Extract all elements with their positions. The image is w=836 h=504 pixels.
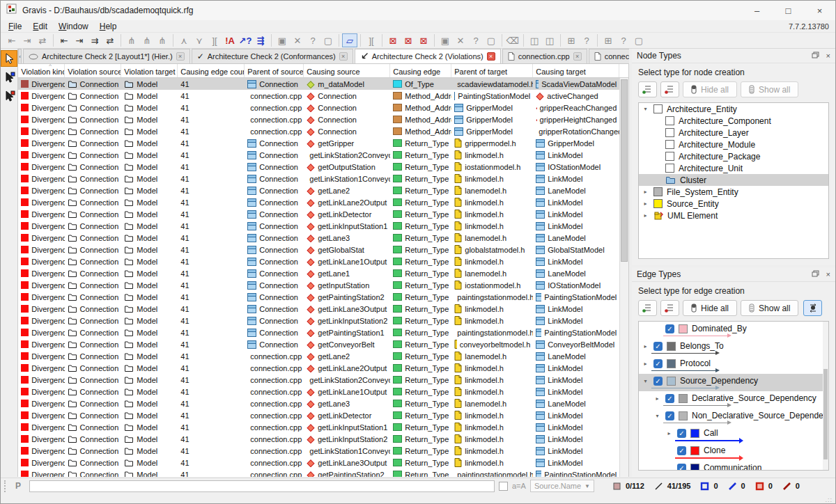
- column-header[interactable]: ^Violation kind: [18, 64, 65, 77]
- node-type-item[interactable]: Architecture_Module: [639, 139, 828, 150]
- column-header[interactable]: Parent of source: [245, 64, 304, 77]
- subtree-up-icon[interactable]: ⋏: [176, 33, 192, 47]
- menu-window[interactable]: Window: [53, 22, 94, 31]
- edge-type-checkbox[interactable]: ✓: [665, 324, 674, 333]
- table-row[interactable]: DivergenceConnectionModel41Connectionget…: [18, 303, 628, 315]
- edge-color-swatch[interactable]: [690, 464, 699, 471]
- edge-type-item[interactable]: ✓ Clone: [639, 443, 828, 461]
- table-row[interactable]: DivergenceConnectionModel41connection.cp…: [18, 125, 628, 137]
- edge-color-swatch[interactable]: [667, 342, 676, 351]
- table-row[interactable]: DivergenceConnectionModel41Connectionget…: [18, 267, 628, 279]
- subtree-down-icon[interactable]: ⋎: [192, 33, 207, 47]
- expander-icon[interactable]: ▾: [642, 106, 649, 112]
- edge-type-checkbox[interactable]: ✓: [653, 359, 663, 368]
- maximize-button[interactable]: □: [773, 1, 804, 20]
- table-row[interactable]: DivergenceConnectionModel41connection.cp…: [18, 397, 628, 409]
- table-row[interactable]: DivergenceConnectionModel41connection.cp…: [18, 468, 628, 477]
- table-row[interactable]: DivergenceConnectionModel41Connectionget…: [18, 326, 628, 338]
- float-panel-icon[interactable]: [812, 270, 819, 278]
- table-row[interactable]: DivergenceConnectionModel41connection.cp…: [18, 445, 628, 457]
- fit-all-icon[interactable]: ⇄: [35, 33, 50, 47]
- table-vertical-scrollbar[interactable]: [619, 78, 628, 477]
- select-edges-tool[interactable]: [1, 88, 17, 104]
- node-color-swatch[interactable]: [665, 140, 674, 149]
- column-header[interactable]: Causing edge count: [178, 64, 245, 77]
- clip-add-icon[interactable]: ⊞: [601, 33, 616, 47]
- close-tab-icon[interactable]: ×: [573, 52, 582, 61]
- brackets2-icon[interactable]: ][: [364, 33, 379, 47]
- edge-color-swatch[interactable]: [667, 359, 676, 368]
- node-color-swatch[interactable]: [665, 164, 674, 173]
- edge-color-swatch[interactable]: [679, 394, 688, 403]
- match-case-checkbox[interactable]: [499, 482, 508, 491]
- table-row[interactable]: DivergenceConnectionModel41connection.cp…: [18, 362, 628, 374]
- table-row[interactable]: DivergenceConnectionModel41Connectionget…: [18, 208, 628, 220]
- edge-type-checkbox[interactable]: ✓: [677, 429, 686, 438]
- expand-query-icon[interactable]: ?: [579, 33, 594, 47]
- node-color-swatch[interactable]: [653, 187, 663, 196]
- close-tab-icon[interactable]: ×: [339, 52, 348, 61]
- clip-query-icon[interactable]: ?: [616, 33, 631, 47]
- drag-grip[interactable]: [4, 480, 7, 492]
- table-row[interactable]: DivergenceConnectionModel41Connectionget…: [18, 255, 628, 267]
- table-row[interactable]: DivergenceConnectionModel41connection.cp…: [18, 421, 628, 433]
- edge-color-swatch[interactable]: [690, 429, 699, 438]
- scrollbar-thumb[interactable]: [823, 369, 828, 459]
- expander-icon[interactable]: ▸: [642, 189, 649, 195]
- edge-color-swatch[interactable]: [679, 411, 688, 420]
- collapse-all-types-button[interactable]: [660, 300, 679, 316]
- column-header[interactable]: Violation target: [121, 64, 178, 77]
- expander-icon[interactable]: ▸: [642, 361, 649, 367]
- edge-type-item[interactable]: ▾✓ Source_Dependency: [639, 374, 828, 391]
- table-row[interactable]: DivergenceConnectionModel41Connectionget…: [18, 137, 628, 149]
- table-row[interactable]: DivergenceConnectionModel41connection.cp…: [18, 90, 628, 102]
- query-edges-icon[interactable]: ⇶: [253, 33, 268, 47]
- close-tab-icon[interactable]: ×: [487, 52, 495, 61]
- column-header[interactable]: Parent of target: [451, 64, 533, 77]
- menu-help[interactable]: Help: [94, 22, 123, 31]
- expand-out-icon[interactable]: ⇄: [102, 33, 118, 47]
- edge-type-item[interactable]: ▸✓ Protocol: [639, 356, 828, 374]
- table-row[interactable]: DivergenceConnectionModel41connection.cp…: [18, 409, 628, 421]
- node-type-item[interactable]: ▾Architecture_Entity: [639, 103, 828, 115]
- close-tab-icon[interactable]: ×: [176, 52, 185, 61]
- table-row[interactable]: DivergenceConnectionModel41connection.cp…: [18, 350, 628, 362]
- table-row[interactable]: DivergenceConnectionModel41Connectionget…: [18, 161, 628, 173]
- edge-type-item[interactable]: ✓ Dominated_By: [639, 322, 828, 339]
- node-type-item[interactable]: ▸File_System_Entity: [639, 186, 828, 198]
- fit-window-icon[interactable]: ⇥: [20, 33, 35, 47]
- edge-type-item[interactable]: ▸✓ Call: [639, 426, 828, 443]
- close-panel-icon[interactable]: ×: [826, 270, 830, 278]
- edge-type-item[interactable]: ▸✓ Declarative_Source_Dependency: [639, 391, 828, 409]
- edge-type-item[interactable]: ▸✓ Belongs_To: [639, 339, 828, 356]
- column-header[interactable]: Violation source: [65, 64, 121, 77]
- expander-icon[interactable]: ▸: [642, 343, 649, 349]
- node-color-swatch[interactable]: [665, 152, 674, 161]
- expand-all-types-button[interactable]: [638, 300, 657, 316]
- close-button[interactable]: ×: [804, 1, 835, 20]
- column-header[interactable]: Causing source: [304, 64, 390, 77]
- table-row[interactable]: DivergenceConnectionModel41Connectionget…: [18, 196, 628, 208]
- hide-all-button[interactable]: Hide all: [683, 81, 737, 97]
- menu-file[interactable]: File: [3, 22, 27, 31]
- edge-type-checkbox[interactable]: ✓: [665, 411, 674, 420]
- edge-tree-scrollbar[interactable]: [823, 322, 828, 470]
- layout-cluster-icon[interactable]: ⋔: [155, 33, 170, 47]
- hide-all-button[interactable]: Hide all: [683, 300, 737, 316]
- expand-in-icon[interactable]: ⇉: [87, 33, 102, 47]
- cut-node-icon[interactable]: ✕: [453, 33, 468, 47]
- expander-icon[interactable]: ▾: [642, 378, 649, 384]
- tab-architecture-check-2-layout1-hier-[interactable]: Architecture Check 2 [Layout1*] (Hier.)×: [23, 49, 190, 63]
- copy-node-icon[interactable]: ▣: [274, 33, 290, 47]
- table-row[interactable]: DivergenceConnectionModel41Connectionget…: [18, 291, 628, 303]
- node-color-swatch[interactable]: [653, 199, 663, 208]
- column-header[interactable]: Causing edge: [390, 64, 451, 77]
- node-type-item[interactable]: ▸Source_Entity: [639, 198, 828, 210]
- table-row[interactable]: DivergenceConnectionModel41connection.cp…: [18, 374, 628, 386]
- table-row[interactable]: DivergenceConnectionModel41connection.cp…: [18, 457, 628, 468]
- expand-node-icon[interactable]: ⊞: [564, 33, 579, 47]
- node-type-item[interactable]: ▸UML Element: [639, 210, 828, 221]
- show-all-button[interactable]: Show all: [741, 300, 798, 316]
- table-row[interactable]: DivergenceConnectionModel41Connectionget…: [18, 173, 628, 184]
- add-node-icon[interactable]: ▣: [438, 33, 453, 47]
